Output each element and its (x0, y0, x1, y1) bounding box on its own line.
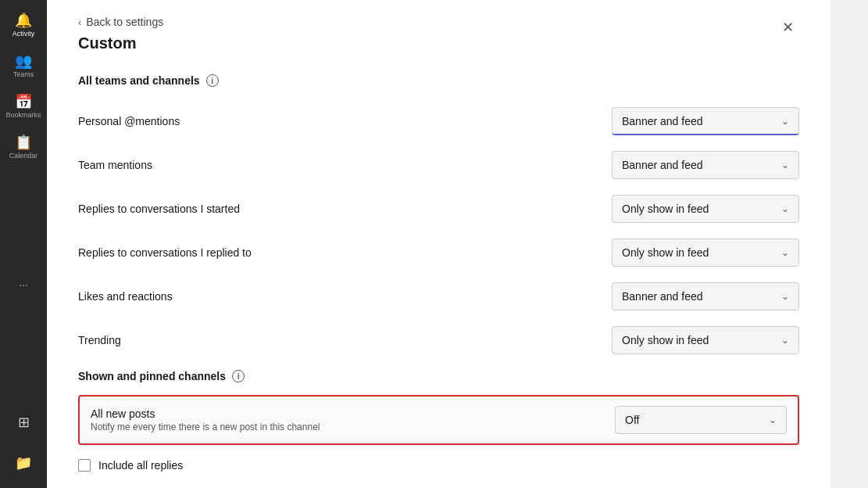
setting-row-likes: Likes and reactions Banner and feed ⌄ (78, 274, 799, 318)
setting-row-team-mentions: Team mentions Banner and feed ⌄ (78, 143, 799, 187)
back-to-settings-link[interactable]: ‹ Back to settings (78, 16, 776, 28)
sidebar-item-apps[interactable]: ⊞ (5, 404, 42, 441)
all-teams-title: All teams and channels (78, 74, 200, 87)
sidebar-more[interactable]: ··· (5, 275, 42, 294)
dropdown-value: Off (625, 414, 639, 426)
dropdown-team-mentions[interactable]: Banner and feed ⌄ (612, 151, 799, 179)
dropdown-value: Only show in feed (622, 246, 709, 259)
sidebar-item-bookmarks[interactable]: 📅 Bookmarks (5, 88, 42, 125)
setting-label-personal-mentions: Personal @mentions (78, 115, 612, 127)
chevron-down-icon: ⌄ (781, 116, 789, 127)
page-title: Custom (78, 34, 776, 52)
chevron-down-icon: ⌄ (781, 335, 789, 346)
pinned-channels-section: Shown and pinned channels i All new post… (78, 370, 799, 475)
sidebar-item-label: Calendar (9, 152, 38, 160)
all-new-posts-labels: All new posts Notify me every time there… (91, 407, 615, 432)
dropdown-replies-started[interactable]: Only show in feed ⌄ (612, 195, 799, 223)
apps-icon: ⊞ (16, 414, 31, 430)
files-icon: 📁 (16, 455, 31, 471)
dropdown-trending[interactable]: Only show in feed ⌄ (612, 326, 799, 354)
sidebar-item-label: Teams (13, 70, 34, 78)
highlighted-all-new-posts-row: All new posts Notify me every time there… (78, 395, 799, 445)
sidebar-item-activity[interactable]: 🔔 Activity (5, 6, 42, 44)
sidebar-item-label: Bookmarks (5, 111, 41, 119)
dropdown-value: Banner and feed (622, 159, 703, 171)
sidebar-item-label: Activity (13, 30, 35, 38)
main-panel: ‹ Back to settings Custom ✕ All teams an… (47, 0, 830, 488)
teams-icon: 👥 (16, 53, 31, 69)
setting-row-replies-started: Replies to conversations I started Only … (78, 187, 799, 231)
include-all-replies-checkbox[interactable] (78, 459, 91, 472)
calendar-icon: 📋 (16, 135, 31, 150)
include-all-replies-label: Include all replies (98, 459, 183, 472)
dropdown-personal-mentions[interactable]: Banner and feed ⌄ (612, 107, 799, 135)
chevron-down-icon: ⌄ (781, 203, 789, 214)
chevron-down-icon: ⌄ (781, 291, 789, 302)
setting-row-trending: Trending Only show in feed ⌄ (78, 318, 799, 362)
right-panel (830, 0, 868, 488)
sidebar-item-files[interactable]: 📁 (5, 444, 42, 482)
chevron-left-icon: ‹ (78, 16, 81, 28)
pinned-info-icon[interactable]: i (232, 370, 245, 382)
dropdown-value: Banner and feed (622, 115, 703, 127)
all-new-posts-main-label: All new posts (91, 407, 615, 420)
all-new-posts-sub-label: Notify me every time there is a new post… (91, 422, 615, 432)
bookmarks-icon: 📅 (16, 94, 31, 109)
sidebar: 🔔 Activity 👥 Teams 📅 Bookmarks 📋 Calenda… (0, 0, 47, 488)
pinned-section-header: Shown and pinned channels i (78, 370, 799, 382)
dropdown-likes[interactable]: Banner and feed ⌄ (612, 282, 799, 310)
setting-row-replies-replied: Replies to conversations I replied to On… (78, 231, 799, 274)
dropdown-value: Banner and feed (622, 290, 703, 303)
setting-label-replies-replied: Replies to conversations I replied to (78, 246, 612, 259)
chevron-down-icon: ⌄ (781, 247, 789, 258)
setting-row-all-new-posts: All new posts Notify me every time there… (91, 406, 787, 434)
dropdown-all-new-posts[interactable]: Off ⌄ (615, 406, 787, 434)
chevron-down-icon: ⌄ (781, 160, 789, 170)
activity-icon: 🔔 (16, 13, 31, 28)
chevron-down-icon: ⌄ (769, 414, 777, 425)
sidebar-item-calendar[interactable]: 📋 Calendar (5, 128, 42, 166)
dropdown-value: Only show in feed (622, 334, 709, 346)
sidebar-item-teams[interactable]: 👥 Teams (5, 47, 42, 84)
all-teams-info-icon[interactable]: i (206, 74, 219, 87)
setting-label-likes: Likes and reactions (78, 290, 612, 303)
setting-label-team-mentions: Team mentions (78, 159, 612, 171)
include-all-replies-row: Include all replies (78, 456, 799, 475)
all-teams-section-header: All teams and channels i (78, 74, 799, 87)
header-row: ‹ Back to settings Custom ✕ (78, 16, 799, 68)
setting-label-replies-started: Replies to conversations I started (78, 203, 612, 215)
dropdown-replies-replied[interactable]: Only show in feed ⌄ (612, 239, 799, 267)
close-button[interactable]: ✕ (776, 16, 799, 39)
pinned-title: Shown and pinned channels (78, 370, 226, 382)
back-link-label: Back to settings (86, 16, 163, 28)
close-icon: ✕ (782, 19, 794, 36)
setting-row-personal-mentions: Personal @mentions Banner and feed ⌄ (78, 99, 799, 143)
dropdown-value: Only show in feed (622, 203, 709, 215)
setting-label-trending: Trending (78, 334, 612, 346)
